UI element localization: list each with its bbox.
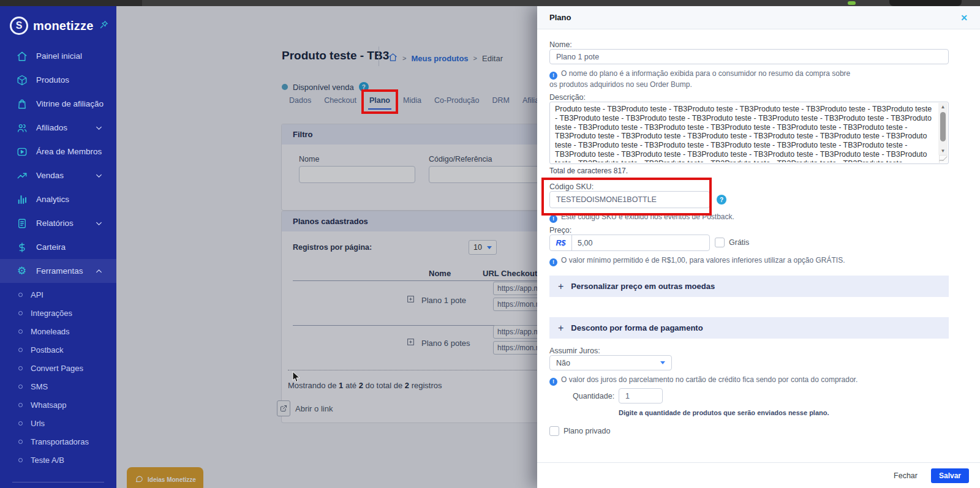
sidebar: S monetizze Painel inicial Produtos Vitr… [0,6,116,488]
private-plan-row: Plano privado [549,426,610,436]
sidebar-divider [12,482,104,482]
help-text: O valor mínimo permitido é de R$1,00, pa… [561,256,845,265]
chrome-tab-shape [889,0,962,6]
caret-down-icon [660,361,665,364]
sku-help: !Este código SKU é exibido nos eventos d… [549,212,892,223]
sidebar-subitem-sms[interactable]: SMS [0,377,116,396]
plus-icon: + [558,323,564,334]
accordion-label: Personalizar preço em outras moedas [571,282,715,291]
sidebar-item-relatorios[interactable]: Relatórios [0,211,116,235]
price-label: Preço: [549,226,571,235]
accordion-label: Desconto por forma de pagamento [571,323,703,332]
accordion-other-currencies[interactable]: +Personalizar preço em outras moedas [549,276,949,297]
textarea-scrollbar[interactable]: ▲ ▼ [938,103,948,155]
help-text: Este código SKU é exibido nos eventos de… [561,212,734,221]
name-label: Nome: [549,40,572,49]
sidebar-item-label: Afiliados [36,123,67,132]
sidebar-item-vendas[interactable]: Vendas [0,163,116,187]
sku-help-icon[interactable]: ? [717,195,726,205]
price-input-group: R$ [549,235,710,251]
info-icon: ! [549,72,557,80]
bullet-icon [18,440,23,444]
sidebar-item-analytics[interactable]: Analytics [0,187,116,211]
subitem-label: Urls [31,419,45,428]
help-text: O nome do plano é a informação exibida p… [549,69,850,89]
logo-text: monetizze [33,19,93,33]
close-button[interactable]: Fechar [894,471,918,480]
char-count: Total de caracteres 817. [549,166,628,176]
users-icon [16,122,28,133]
logo[interactable]: S monetizze [0,11,116,40]
panel-title: Plano [549,13,571,22]
scroll-up-icon[interactable]: ▲ [938,103,948,111]
sidebar-item-label: Analytics [36,195,69,204]
accordion-payment-discount[interactable]: +Desconto por forma de pagamento [549,317,949,339]
sidebar-subitem-whatsapp[interactable]: Whatsapp [0,396,116,414]
sidebar-submenu-ferramentas: API Integrações Moneleads Postback Conve… [0,285,116,469]
price-input[interactable] [572,235,709,250]
quantity-help: Digite a quantidade de produtos que serã… [619,409,829,416]
sidebar-item-label: Ferramentas [36,266,83,276]
quantity-input[interactable] [619,388,663,404]
pin-icon[interactable] [99,20,108,32]
subitem-label: Transportadoras [31,437,89,446]
gear-icon: ⚙ [16,265,28,277]
plan-edit-panel: Plano ✕ Nome: !O nome do plano é a infor… [537,6,980,488]
interest-value: Não [556,359,570,367]
sidebar-subitem-urls[interactable]: Urls [0,414,116,432]
save-button[interactable]: Salvar [931,468,969,483]
shopping-bag-icon [16,98,28,110]
scroll-down-icon[interactable]: ▼ [938,147,948,155]
sidebar-item-label: Vitrine de afiliação [36,99,104,108]
panel-header: Plano ✕ [537,6,980,29]
sidebar-item-label: Produtos [36,75,69,84]
bullet-icon [18,311,23,315]
sidebar-item-label: Vendas [36,171,64,180]
sidebar-menu: Painel inicial Produtos Vitrine de afili… [0,44,116,283]
sidebar-item-vitrine-de-afiliacao[interactable]: Vitrine de afiliação [0,92,116,116]
sidebar-item-produtos[interactable]: Produtos [0,68,116,92]
bar-chart-icon [16,193,28,205]
interest-help: !O valor dos juros do parcelamento no ca… [549,375,941,386]
subitem-label: Teste A/B [31,456,64,465]
private-plan-checkbox[interactable] [549,426,559,436]
browser-chrome-bar [0,0,980,6]
free-checkbox[interactable] [715,238,725,247]
tab-plano[interactable]: Plano [368,93,391,110]
subitem-label: API [31,290,43,299]
dollar-icon [16,241,28,253]
sidebar-subitem-api[interactable]: API [0,285,116,304]
sidebar-item-ferramentas[interactable]: ⚙ Ferramentas [0,259,116,283]
sidebar-item-painel-inicial[interactable]: Painel inicial [0,44,116,68]
resize-handle[interactable] [939,155,948,163]
interest-select[interactable]: Não [549,355,672,370]
free-checkbox-row: Grátis [715,238,749,247]
sidebar-item-area-de-membros[interactable]: Área de Membros [0,140,116,163]
sidebar-subitem-postback[interactable]: Postback [0,340,116,359]
sidebar-item-carteira[interactable]: Carteira [0,235,116,259]
sidebar-subitem-convert-pages[interactable]: Convert Pages [0,359,116,377]
bullet-icon [18,385,23,389]
free-label: Grátis [729,238,749,247]
close-icon[interactable]: ✕ [960,13,968,23]
subitem-label: Integrações [31,309,72,318]
subitem-label: Whatsapp [31,400,67,410]
sidebar-subitem-integracoes[interactable]: Integrações [0,304,116,322]
info-icon: ! [549,258,557,266]
plan-name-input[interactable] [549,49,949,64]
price-help: !O valor mínimo permitido é de R$1,00, p… [549,255,929,266]
sidebar-subitem-moneleads[interactable]: Moneleads [0,322,116,340]
bullet-icon [18,293,23,297]
sidebar-subitem-transportadoras[interactable]: Transportadoras [0,432,116,451]
sku-input[interactable] [549,191,710,208]
description-text: Produto teste - TB3Produto teste - TB3Pr… [555,105,935,162]
sidebar-subitem-teste-ab[interactable]: Teste A/B [0,451,116,469]
description-textarea[interactable]: Produto teste - TB3Produto teste - TB3Pr… [549,102,949,164]
bullet-icon [18,458,23,462]
sidebar-item-afiliados[interactable]: Afiliados [0,116,116,140]
interest-label: Assumir Juros: [549,347,600,355]
trending-up-icon [16,170,28,181]
sidebar-item-label: Relatórios [36,219,74,228]
chevron-up-icon [95,267,103,275]
scrollbar-thumb[interactable] [940,112,946,141]
